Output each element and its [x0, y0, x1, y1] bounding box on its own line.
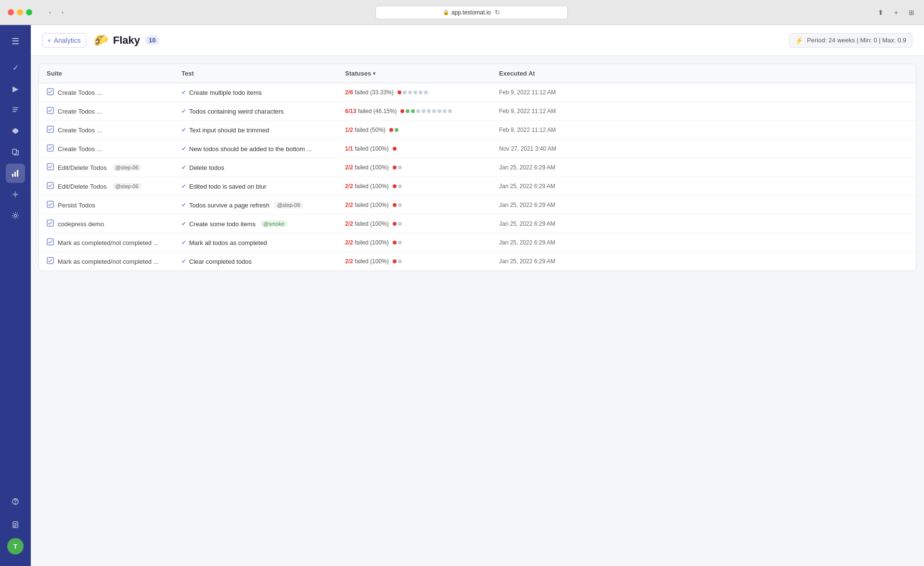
suite-checkbox-icon: [47, 257, 54, 266]
table-row[interactable]: codepress demo ✔ Create some todo items@…: [39, 215, 916, 233]
dots-row: [393, 203, 402, 207]
status-text: 2/2 failed (100%): [345, 258, 389, 265]
test-cell: ✔ Create multiple todo items: [174, 83, 337, 102]
sidebar-item-run[interactable]: ▶: [6, 79, 25, 98]
svg-rect-7: [17, 170, 18, 177]
svg-rect-0: [13, 107, 18, 108]
title-bar-actions: ⬆ + ⊞: [876, 8, 916, 17]
title-bar: ‹ › 🔒 app.testomat.io ↻ ⬆ + ⊞: [0, 0, 924, 25]
dots-row: [393, 259, 402, 263]
test-cell: ✔ Todos containing weird characters: [174, 102, 337, 121]
sidebar-item-integrations[interactable]: [6, 185, 25, 204]
table-header-row: Suite Test Statuses ▾ Executed At: [39, 64, 916, 83]
suite-name: Edit/Delete Todos: [58, 183, 107, 190]
tabs-icon[interactable]: ⊞: [907, 8, 916, 17]
status-dot: [403, 90, 407, 94]
suite-cell: Edit/Delete Todos@step-06: [39, 177, 174, 196]
test-check-icon: ✔: [181, 108, 186, 115]
status-dot: [398, 166, 402, 169]
test-name: Todos survive a page refresh: [189, 202, 270, 209]
status-dot: [422, 109, 425, 113]
svg-rect-1: [13, 109, 17, 110]
avatar[interactable]: T: [7, 538, 24, 554]
test-name: Clear completed todos: [189, 258, 252, 265]
statuses-cell: 2/2 failed (100%): [337, 252, 491, 271]
url-text: app.testomat.io: [451, 9, 491, 16]
status-dot: [393, 166, 397, 169]
app-icon: 🌮: [94, 34, 108, 47]
suite-checkbox-icon: [47, 163, 54, 172]
status-dot: [398, 203, 402, 207]
suite-cell: Mark as completed/not completed ...: [39, 233, 174, 252]
status-dot: [448, 109, 452, 113]
breadcrumb-link[interactable]: « Analytics: [42, 33, 86, 48]
status-dot: [393, 222, 397, 226]
suite-name: Edit/Delete Todos: [58, 164, 107, 171]
statuses-cell: 2/2 failed (100%): [337, 196, 491, 215]
table-row[interactable]: Create Todos ... ✔ New todos should be a…: [39, 140, 916, 158]
suite-cell: codepress demo: [39, 215, 174, 233]
add-tab-icon[interactable]: +: [891, 8, 901, 17]
page-title: Flaky: [113, 34, 140, 47]
test-name: Todos containing weird characters: [189, 108, 284, 115]
test-check-icon: ✔: [181, 127, 186, 133]
back-button[interactable]: ‹: [46, 8, 54, 17]
test-check-icon: ✔: [181, 89, 186, 96]
table-row[interactable]: Mark as completed/not completed ... ✔ Cl…: [39, 252, 916, 271]
url-input[interactable]: 🔒 app.testomat.io ↻: [375, 6, 568, 19]
lock-icon: 🔒: [443, 9, 449, 15]
share-icon[interactable]: ⬆: [876, 8, 886, 17]
sidebar-item-documents[interactable]: [6, 515, 25, 534]
col-header-test: Test: [174, 64, 337, 83]
page-header: « Analytics 🌮 Flaky 10 ⚡ Period: 24 week…: [31, 25, 924, 56]
sidebar-item-settings[interactable]: [6, 206, 25, 225]
suite-cell: Edit/Delete Todos@step-06: [39, 158, 174, 177]
table-row[interactable]: Mark as completed/not completed ... ✔ Ma…: [39, 233, 916, 252]
close-button[interactable]: [8, 9, 14, 15]
test-tag: @smoke: [260, 220, 287, 227]
col-header-statuses[interactable]: Statuses ▾: [337, 64, 491, 83]
minimize-button[interactable]: [17, 9, 23, 15]
status-text: 2/2 failed (100%): [345, 239, 389, 246]
test-cell: ✔ New todos should be added to the botto…: [174, 140, 337, 158]
sidebar-items: ✓ ▶: [6, 58, 25, 492]
forward-button[interactable]: ›: [58, 8, 67, 17]
suite-checkbox-icon: [47, 182, 54, 191]
status-text: 6/13 failed (46.15%): [345, 108, 397, 115]
sidebar-item-analytics[interactable]: [6, 164, 25, 183]
sidebar-item-checks[interactable]: ✓: [6, 58, 25, 77]
period-icon: ⚡: [795, 37, 803, 44]
table-row[interactable]: Persist Todos ✔ Todos survive a page ref…: [39, 196, 916, 215]
sidebar-item-suites[interactable]: [6, 121, 25, 141]
executed-cell: Jan 25, 2022 6:29 AM: [491, 177, 916, 196]
sidebar-item-tests[interactable]: [6, 100, 25, 119]
status-text: 2/2 failed (100%): [345, 164, 389, 171]
test-name: Create some todo items: [189, 220, 256, 228]
table-row[interactable]: Edit/Delete Todos@step-06 ✔ Delete todos…: [39, 158, 916, 177]
table-row[interactable]: Create Todos ... ✔ Text input should be …: [39, 121, 916, 140]
test-name: Edited todo is saved on blur: [189, 183, 266, 190]
status-dot: [443, 109, 447, 113]
test-check-icon: ✔: [181, 220, 186, 227]
suite-name: Create Todos ...: [58, 145, 102, 153]
period-text: Period: 24 weeks | Min: 0 | Max: 0.9: [807, 37, 906, 44]
sidebar-item-help[interactable]: [6, 492, 25, 511]
refresh-icon[interactable]: ↻: [495, 9, 500, 16]
suite-name: Create Todos ...: [58, 89, 102, 96]
status-dot: [432, 109, 436, 113]
table-row[interactable]: Create Todos ... ✔ Create multiple todo …: [39, 83, 916, 102]
test-cell: ✔ Create some todo items@smoke: [174, 215, 337, 233]
suite-name: Create Todos ...: [58, 127, 102, 134]
table-row[interactable]: Create Todos ... ✔ Todos containing weir…: [39, 102, 916, 121]
suite-name: Create Todos ...: [58, 108, 102, 115]
test-tag: @step-06: [274, 202, 303, 208]
test-name: Text input should be trimmed: [189, 127, 269, 134]
maximize-button[interactable]: [26, 9, 32, 15]
test-cell: ✔ Edited todo is saved on blur: [174, 177, 337, 196]
sidebar-menu-icon[interactable]: ☰: [7, 33, 24, 50]
period-info: ⚡ Period: 24 weeks | Min: 0 | Max: 0.9: [789, 33, 912, 48]
suite-cell: Mark as completed/not completed ...: [39, 252, 174, 271]
table-row[interactable]: Edit/Delete Todos@step-06 ✔ Edited todo …: [39, 177, 916, 196]
status-dot: [400, 109, 404, 113]
sidebar-item-import[interactable]: [6, 142, 25, 162]
